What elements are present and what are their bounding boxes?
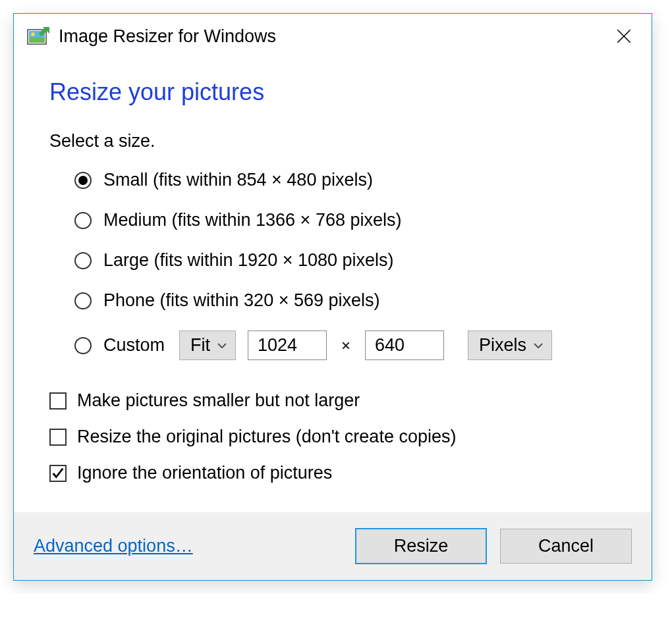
width-input[interactable] bbox=[248, 331, 327, 360]
checkbox-label: Resize the original pictures (don't crea… bbox=[77, 427, 456, 447]
resize-button[interactable]: Resize bbox=[355, 528, 487, 564]
size-radio-group: Small (fits within 854 × 480 pixels) Med… bbox=[49, 170, 616, 360]
options-group: Make pictures smaller but not larger Res… bbox=[49, 390, 616, 483]
unit-dropdown[interactable]: Pixels bbox=[468, 331, 552, 360]
option-shrink-only[interactable]: Make pictures smaller but not larger bbox=[49, 390, 616, 411]
radio-phone[interactable] bbox=[74, 292, 92, 309]
checkbox-label: Ignore the orientation of pictures bbox=[77, 463, 332, 483]
size-option-small[interactable]: Small (fits within 854 × 480 pixels) bbox=[74, 170, 616, 190]
close-icon bbox=[615, 28, 632, 45]
checkbox-label: Make pictures smaller but not larger bbox=[77, 390, 360, 411]
checkbox-shrink-only[interactable] bbox=[49, 392, 67, 410]
instruction-text: Select a size. bbox=[49, 131, 616, 151]
size-option-large[interactable]: Large (fits within 1920 × 1080 pixels) bbox=[74, 250, 616, 271]
radio-large[interactable] bbox=[74, 252, 92, 269]
close-button[interactable] bbox=[609, 22, 638, 51]
radio-small[interactable] bbox=[74, 172, 92, 189]
times-symbol: × bbox=[339, 336, 353, 355]
dialog-window: Image Resizer for Windows Resize your pi… bbox=[13, 13, 652, 581]
height-input[interactable] bbox=[365, 331, 444, 360]
radio-custom[interactable] bbox=[74, 337, 92, 354]
size-option-custom: Custom Fit × Pixels bbox=[74, 331, 616, 360]
titlebar: Image Resizer for Windows bbox=[14, 14, 652, 59]
fit-mode-dropdown[interactable]: Fit bbox=[179, 331, 236, 360]
advanced-options-link[interactable]: Advanced options… bbox=[34, 536, 342, 556]
svg-rect-2 bbox=[29, 38, 45, 43]
check-icon bbox=[51, 466, 65, 481]
svg-point-3 bbox=[31, 32, 35, 36]
size-option-medium[interactable]: Medium (fits within 1366 × 768 pixels) bbox=[74, 210, 616, 230]
checkbox-ignore-orientation[interactable] bbox=[49, 465, 67, 482]
app-icon bbox=[27, 26, 51, 47]
size-label: Small (fits within 854 × 480 pixels) bbox=[103, 170, 373, 190]
size-label: Phone (fits within 320 × 569 pixels) bbox=[103, 290, 380, 311]
size-option-phone[interactable]: Phone (fits within 320 × 569 pixels) bbox=[74, 290, 616, 311]
cancel-button[interactable]: Cancel bbox=[500, 529, 632, 564]
fit-mode-value: Fit bbox=[190, 335, 210, 356]
unit-value: Pixels bbox=[479, 335, 526, 356]
content-area: Resize your pictures Select a size. Smal… bbox=[14, 59, 652, 512]
chevron-down-icon bbox=[533, 342, 544, 349]
option-ignore-orientation[interactable]: Ignore the orientation of pictures bbox=[49, 463, 616, 483]
checkbox-overwrite[interactable] bbox=[49, 429, 67, 446]
size-label: Large (fits within 1920 × 1080 pixels) bbox=[103, 250, 394, 271]
page-heading: Resize your pictures bbox=[49, 78, 616, 106]
radio-medium[interactable] bbox=[74, 212, 92, 229]
custom-label: Custom bbox=[103, 335, 165, 356]
window-title: Image Resizer for Windows bbox=[59, 26, 602, 47]
footer-bar: Advanced options… Resize Cancel bbox=[14, 512, 652, 580]
size-label: Medium (fits within 1366 × 768 pixels) bbox=[103, 210, 401, 230]
chevron-down-icon bbox=[217, 342, 227, 349]
option-overwrite[interactable]: Resize the original pictures (don't crea… bbox=[49, 427, 616, 447]
